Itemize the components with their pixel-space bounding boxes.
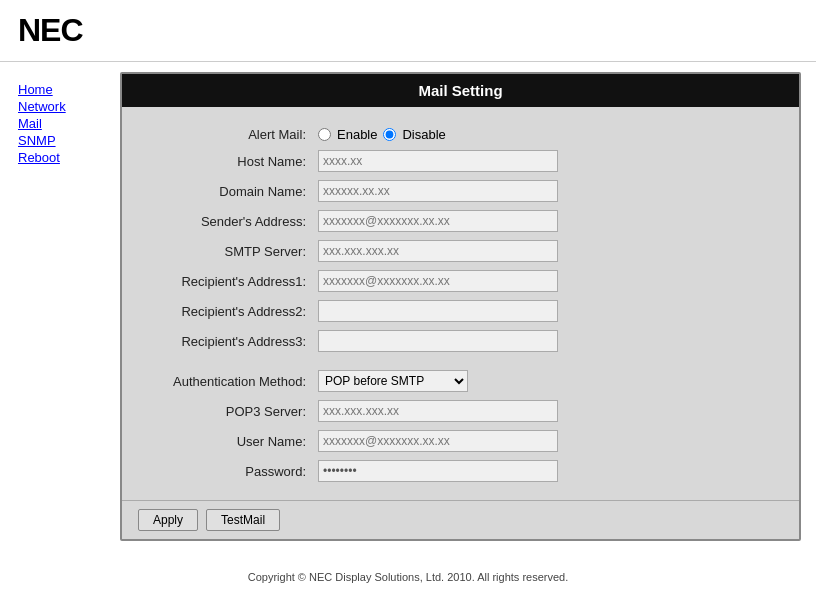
domain-name-row: Domain Name: xyxy=(142,176,779,206)
host-name-label: Host Name: xyxy=(142,146,312,176)
alert-disable-radio[interactable] xyxy=(383,128,396,141)
senders-address-label: Sender's Address: xyxy=(142,206,312,236)
recipients-address3-row: Recipient's Address3: xyxy=(142,326,779,356)
password-input[interactable] xyxy=(318,460,558,482)
auth-method-label: Authentication Method: xyxy=(142,366,312,396)
alert-mail-row: Alert Mail: Enable Disable xyxy=(142,123,779,146)
pop3-server-cell xyxy=(312,396,779,426)
footer-text: Copyright © NEC Display Solutions, Ltd. … xyxy=(248,571,569,583)
recipients-address2-label: Recipient's Address2: xyxy=(142,296,312,326)
smtp-server-row: SMTP Server: xyxy=(142,236,779,266)
domain-name-cell xyxy=(312,176,779,206)
alert-disable-label: Disable xyxy=(402,127,445,142)
user-name-cell xyxy=(312,426,779,456)
domain-name-label: Domain Name: xyxy=(142,176,312,206)
user-name-row: User Name: xyxy=(142,426,779,456)
content-area: Mail Setting Alert Mail: Enable xyxy=(110,72,816,551)
mail-setting-card: Mail Setting Alert Mail: Enable xyxy=(120,72,801,541)
recipients-address3-label: Recipient's Address3: xyxy=(142,326,312,356)
sidebar-item-mail[interactable]: Mail xyxy=(18,116,92,131)
host-name-row: Host Name: xyxy=(142,146,779,176)
senders-address-input[interactable] xyxy=(318,210,558,232)
smtp-server-label: SMTP Server: xyxy=(142,236,312,266)
recipients-address1-cell xyxy=(312,266,779,296)
test-mail-button[interactable]: TestMail xyxy=(206,509,280,531)
senders-address-row: Sender's Address: xyxy=(142,206,779,236)
smtp-server-cell xyxy=(312,236,779,266)
sidebar-item-network[interactable]: Network xyxy=(18,99,92,114)
recipients-address2-input[interactable] xyxy=(318,300,558,322)
card-body: Alert Mail: Enable Disable xyxy=(122,107,799,500)
spacer-row xyxy=(142,356,779,366)
password-cell xyxy=(312,456,779,486)
password-label: Password: xyxy=(142,456,312,486)
pop3-server-row: POP3 Server: xyxy=(142,396,779,426)
recipients-address1-row: Recipient's Address1: xyxy=(142,266,779,296)
page-footer: Copyright © NEC Display Solutions, Ltd. … xyxy=(0,561,816,591)
auth-method-select[interactable]: POP before SMTP SMTP AUTH None xyxy=(318,370,468,392)
pop3-server-label: POP3 Server: xyxy=(142,396,312,426)
alert-enable-radio[interactable] xyxy=(318,128,331,141)
senders-address-cell xyxy=(312,206,779,236)
main-layout: Home Network Mail SNMP Reboot Mail Setti… xyxy=(0,62,816,551)
header: NEC xyxy=(0,0,816,62)
alert-enable-label: Enable xyxy=(337,127,377,142)
sidebar-item-reboot[interactable]: Reboot xyxy=(18,150,92,165)
recipients-address3-input[interactable] xyxy=(318,330,558,352)
host-name-input[interactable] xyxy=(318,150,558,172)
recipients-address1-input[interactable] xyxy=(318,270,558,292)
domain-name-input[interactable] xyxy=(318,180,558,202)
user-name-input[interactable] xyxy=(318,430,558,452)
apply-button[interactable]: Apply xyxy=(138,509,198,531)
card-footer: Apply TestMail xyxy=(122,500,799,539)
recipients-address1-label: Recipient's Address1: xyxy=(142,266,312,296)
auth-method-cell: POP before SMTP SMTP AUTH None xyxy=(312,366,779,396)
password-row: Password: xyxy=(142,456,779,486)
alert-mail-label: Alert Mail: xyxy=(142,123,312,146)
form-table: Alert Mail: Enable Disable xyxy=(142,123,779,486)
nec-logo: NEC xyxy=(18,12,798,49)
sidebar-item-home[interactable]: Home xyxy=(18,82,92,97)
card-title: Mail Setting xyxy=(122,74,799,107)
host-name-cell xyxy=(312,146,779,176)
sidebar: Home Network Mail SNMP Reboot xyxy=(0,72,110,551)
smtp-server-input[interactable] xyxy=(318,240,558,262)
recipients-address3-cell xyxy=(312,326,779,356)
sidebar-item-snmp[interactable]: SNMP xyxy=(18,133,92,148)
alert-mail-options: Enable Disable xyxy=(312,123,779,146)
auth-method-row: Authentication Method: POP before SMTP S… xyxy=(142,366,779,396)
recipients-address2-row: Recipient's Address2: xyxy=(142,296,779,326)
pop3-server-input[interactable] xyxy=(318,400,558,422)
recipients-address2-cell xyxy=(312,296,779,326)
user-name-label: User Name: xyxy=(142,426,312,456)
